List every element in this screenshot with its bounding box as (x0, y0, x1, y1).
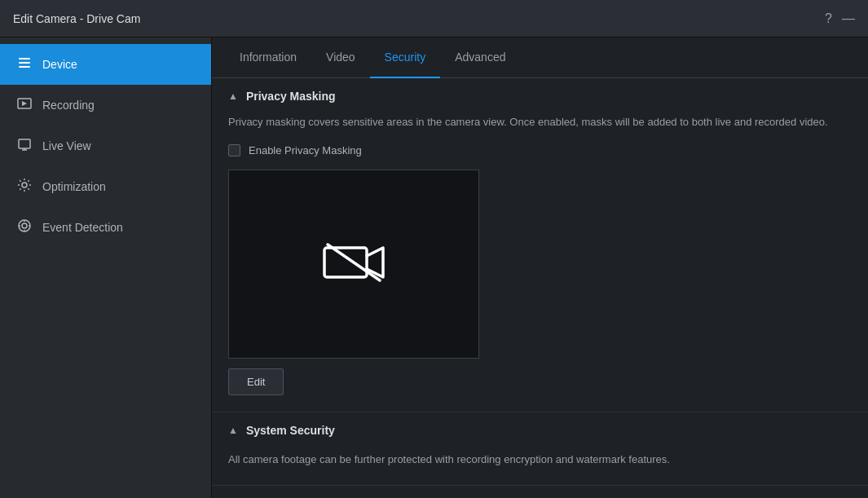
sidebar-item-device[interactable]: Device (0, 44, 211, 85)
svg-point-9 (22, 223, 27, 228)
system-security-content: All camera footage can be further protec… (212, 452, 868, 485)
svg-rect-4 (19, 139, 30, 148)
sidebar-item-label: Live View (42, 139, 91, 152)
svg-point-8 (19, 220, 30, 231)
privacy-masking-title: Privacy Masking (246, 90, 336, 103)
sidebar-item-label: Device (42, 58, 77, 71)
video-preview (228, 170, 479, 359)
sidebar-item-event-detection[interactable]: Event Detection (0, 207, 211, 248)
privacy-masking-header[interactable]: ▲ Privacy Masking (212, 78, 868, 114)
window-title: Edit Camera - Drive Cam (13, 12, 140, 25)
optimization-icon (16, 178, 33, 196)
live-view-icon (16, 137, 33, 155)
enable-privacy-masking-label: Enable Privacy Masking (249, 144, 362, 156)
svg-line-15 (328, 245, 380, 280)
tab-security[interactable]: Security (370, 37, 441, 78)
chevron-icon: ▲ (228, 425, 238, 436)
sidebar-item-recording[interactable]: Recording (0, 85, 211, 126)
svg-point-7 (22, 183, 27, 187)
svg-rect-1 (19, 62, 30, 64)
privacy-masking-section: ▲ Privacy Masking Privacy masking covers… (212, 78, 868, 412)
svg-rect-0 (19, 58, 30, 59)
help-icon[interactable]: ? (825, 11, 832, 26)
event-detection-icon (16, 218, 33, 236)
svg-rect-2 (19, 66, 30, 68)
edit-button[interactable]: Edit (228, 368, 284, 395)
main-layout: Device Recording Live View (0, 37, 868, 498)
system-security-title: System Security (246, 424, 335, 437)
title-bar-controls: ? — (825, 11, 855, 26)
sidebar-item-label: Event Detection (42, 221, 123, 234)
tab-advanced[interactable]: Advanced (440, 37, 520, 78)
minimize-icon[interactable]: — (842, 11, 855, 26)
system-security-description: All camera footage can be further protec… (228, 452, 852, 469)
recording-icon (16, 96, 33, 114)
chevron-icon: ▲ (228, 90, 238, 102)
device-icon (16, 55, 33, 73)
enable-privacy-masking-checkbox[interactable] (228, 144, 240, 156)
privacy-masking-content: Privacy masking covers sensitive areas i… (212, 114, 868, 412)
tab-information[interactable]: Information (225, 37, 311, 78)
sidebar-item-label: Recording (42, 99, 95, 112)
enable-privacy-masking-row: Enable Privacy Masking (228, 144, 852, 156)
system-security-section: ▲ System Security All camera footage can… (212, 412, 868, 486)
content-area: Information Video Security Advanced ▲ Pr… (212, 37, 868, 498)
system-security-header[interactable]: ▲ System Security (212, 412, 868, 448)
content-body: ▲ Privacy Masking Privacy masking covers… (212, 78, 868, 498)
sidebar-item-live-view[interactable]: Live View (0, 126, 211, 166)
sidebar: Device Recording Live View (0, 37, 212, 498)
tab-video[interactable]: Video (311, 37, 370, 78)
privacy-masking-description: Privacy masking covers sensitive areas i… (228, 114, 852, 131)
svg-rect-14 (324, 248, 367, 277)
title-bar: Edit Camera - Drive Cam ? — (0, 0, 868, 37)
tab-bar: Information Video Security Advanced (212, 37, 868, 78)
sidebar-item-label: Optimization (42, 180, 106, 193)
no-video-icon (321, 238, 386, 290)
sidebar-item-optimization[interactable]: Optimization (0, 166, 211, 207)
